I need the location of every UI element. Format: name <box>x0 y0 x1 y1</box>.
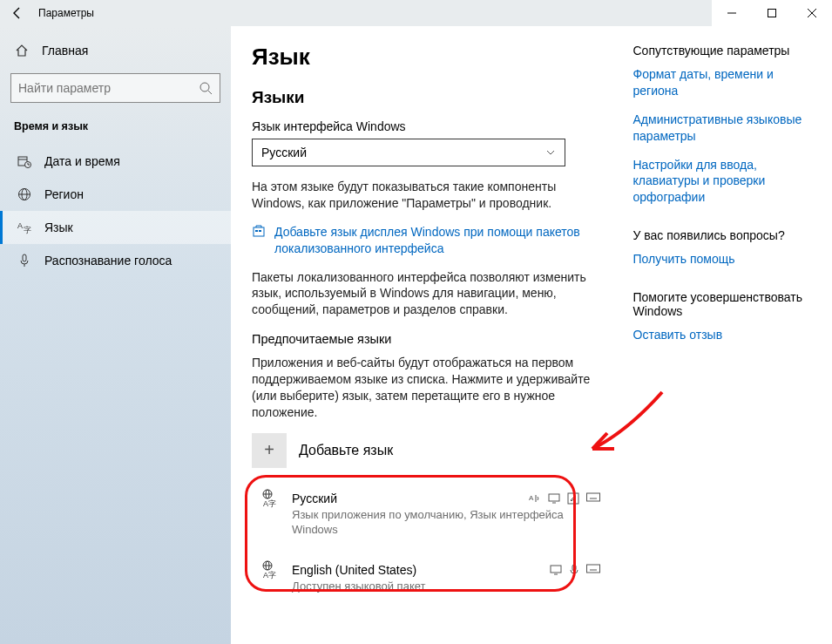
close-button[interactable] <box>792 0 832 26</box>
language-glyph-icon: A字 <box>259 560 283 580</box>
svg-text:A: A <box>17 221 23 230</box>
maximize-button[interactable] <box>752 0 792 26</box>
main-panel: Язык Языки Язык интерфейса Windows Русск… <box>231 26 832 644</box>
display-lang-label: Язык интерфейса Windows <box>252 119 607 133</box>
svg-text:A: A <box>529 494 534 502</box>
titlebar: Параметры <box>0 0 832 26</box>
calendar-clock-icon <box>17 154 32 168</box>
display-icon <box>550 564 562 576</box>
back-button[interactable] <box>0 0 35 26</box>
search-input[interactable] <box>18 81 199 95</box>
minimize-icon <box>727 9 736 17</box>
home-icon <box>14 44 30 58</box>
improve-header: Помогите усовершенствовать Windows <box>633 290 815 318</box>
close-icon <box>808 9 816 17</box>
display-language-select[interactable]: Русский <box>252 139 565 166</box>
speech-icon <box>569 564 579 576</box>
search-icon <box>199 81 213 95</box>
keyboard-icon <box>586 564 600 576</box>
language-icon: A字 <box>17 220 32 234</box>
globe-icon <box>17 187 32 201</box>
preferred-header: Предпочитаемые языки <box>252 332 607 346</box>
svg-text:字: 字 <box>24 226 31 234</box>
svg-point-2 <box>200 83 209 92</box>
language-item-english[interactable]: A字 English (United States) Доступен язык… <box>252 552 607 603</box>
preferred-desc: Приложения и веб-сайты будут отображатьс… <box>252 355 607 421</box>
svg-rect-35 <box>586 565 599 573</box>
sidebar-item-language[interactable]: A字 Язык <box>0 211 231 244</box>
link-feedback[interactable]: Оставить отзыв <box>633 327 815 343</box>
link-get-help[interactable]: Получить помощь <box>633 251 815 268</box>
minimize-button[interactable] <box>712 0 752 26</box>
sidebar-item-datetime[interactable]: Дата и время <box>0 145 231 178</box>
sidebar-item-label: Дата и время <box>44 154 120 168</box>
maximize-icon <box>768 9 776 17</box>
home-label: Главная <box>42 44 88 58</box>
language-name: Русский <box>292 491 337 505</box>
localization-desc: Пакеты локализованного интерфейса позвол… <box>252 269 607 319</box>
svg-rect-32 <box>551 566 561 573</box>
section-header: Время и язык <box>0 120 231 145</box>
chevron-down-icon <box>545 147 556 158</box>
window-title: Параметры <box>35 7 94 19</box>
display-icon <box>548 492 560 505</box>
sidebar: Главная Время и язык Дата и время Регион… <box>0 26 231 644</box>
svg-rect-14 <box>255 230 258 232</box>
add-language-label: Добавьте язык <box>299 443 393 458</box>
add-language-button[interactable]: + Добавьте язык <box>252 433 607 468</box>
svg-rect-1 <box>768 10 776 17</box>
svg-text:A字: A字 <box>263 499 276 508</box>
home-button[interactable]: Главная <box>0 35 231 66</box>
keyboard-icon <box>586 492 600 505</box>
link-admin-language[interactable]: Административные языковые параметры <box>633 112 815 145</box>
related-header: Сопутствующие параметры <box>633 44 815 58</box>
arrow-left-icon <box>11 7 24 19</box>
right-panel: Сопутствующие параметры Формат даты, вре… <box>633 44 815 644</box>
link-input-settings[interactable]: Настройки для ввода, клавиатуры и провер… <box>633 157 815 207</box>
page-title: Язык <box>252 44 607 71</box>
svg-text:A字: A字 <box>263 571 276 580</box>
store-icon <box>252 224 266 238</box>
language-subtitle: Язык приложения по умолчанию, Язык интер… <box>259 508 600 538</box>
display-language-value: Русский <box>261 146 307 159</box>
display-lang-desc: На этом языке будут показываться такие к… <box>252 179 607 212</box>
link-date-format[interactable]: Формат даты, времени и региона <box>633 66 815 99</box>
question-header: У вас появились вопросы? <box>633 228 815 242</box>
languages-header: Языки <box>252 88 607 107</box>
svg-rect-24 <box>586 493 599 501</box>
window-controls <box>712 0 832 26</box>
sidebar-item-label: Язык <box>44 220 73 234</box>
plus-icon: + <box>252 433 287 468</box>
sidebar-item-label: Распознавание голоса <box>44 254 172 268</box>
language-item-russian[interactable]: A字 Русский A Язык приложения по умолчани… <box>252 480 607 546</box>
svg-rect-15 <box>259 230 261 232</box>
sidebar-item-label: Регион <box>44 187 84 201</box>
svg-rect-21 <box>549 494 559 501</box>
svg-rect-23 <box>568 493 578 504</box>
svg-line-3 <box>208 91 212 94</box>
sidebar-item-region[interactable]: Регион <box>0 178 231 211</box>
handwriting-icon <box>567 492 579 505</box>
text-to-speech-icon: A <box>529 492 541 505</box>
search-box[interactable] <box>10 73 220 103</box>
microphone-icon <box>17 254 32 268</box>
language-name: English (United States) <box>292 563 416 577</box>
language-glyph-icon: A字 <box>259 489 283 508</box>
sidebar-item-speech[interactable]: Распознавание голоса <box>0 244 231 277</box>
language-subtitle: Доступен языковой пакет <box>259 580 600 594</box>
store-link[interactable]: Добавьте язык дисплея Windows при помощи… <box>274 224 607 257</box>
language-list: A字 Русский A Язык приложения по умолчани… <box>252 480 607 603</box>
store-link-row: Добавьте язык дисплея Windows при помощи… <box>252 224 607 257</box>
svg-rect-12 <box>23 254 26 261</box>
svg-rect-34 <box>572 565 576 571</box>
